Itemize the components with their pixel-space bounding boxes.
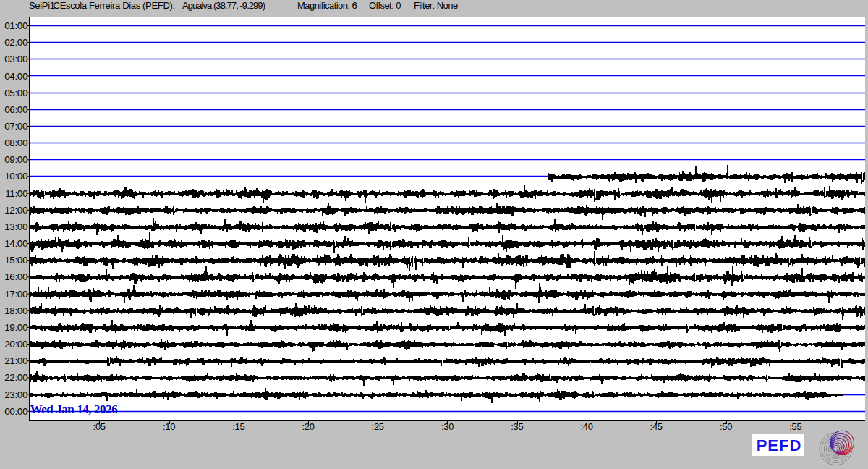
- svg-text:PEFD: PEFD: [757, 436, 802, 455]
